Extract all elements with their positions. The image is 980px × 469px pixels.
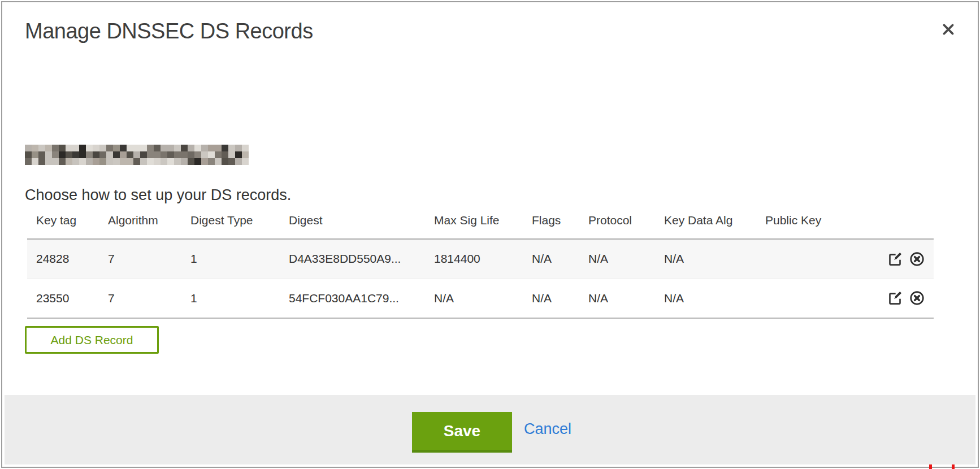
cell-digest-type: 1 [190, 252, 289, 266]
cell-flags: N/A [532, 252, 588, 266]
edit-record-button[interactable] [887, 290, 903, 306]
cell-digest: D4A33E8DD550A9... [289, 252, 434, 266]
redacted-domain [25, 145, 249, 165]
cell-digest: 54FCF030AA1C79... [289, 292, 434, 305]
cell-algorithm: 7 [108, 252, 190, 266]
cell-flags: N/A [532, 292, 588, 305]
dialog: Manage DNSSEC DS Records Choose how to s… [1, 1, 979, 468]
cell-max-sig-life: N/A [434, 292, 532, 305]
column-header-digest: Digest [289, 214, 434, 227]
cell-protocol: N/A [588, 292, 664, 305]
column-header-flags: Flags [532, 214, 588, 227]
column-header-algorithm: Algorithm [108, 214, 190, 227]
cell-algorithm: 7 [108, 292, 190, 305]
dialog-title: Manage DNSSEC DS Records [25, 19, 313, 44]
row-actions [884, 251, 934, 267]
edit-icon [887, 251, 903, 267]
delete-icon [909, 251, 925, 267]
cancel-link[interactable]: Cancel [524, 420, 571, 438]
column-header-public-key: Public Key [765, 214, 884, 227]
cell-key-data-alg: N/A [664, 292, 765, 305]
table-row: 235507154FCF030AA1C79...N/AN/AN/AN/A [27, 279, 934, 318]
delete-icon [909, 290, 925, 306]
close-icon [941, 22, 956, 37]
column-header-key-data-alg: Key Data Alg [664, 214, 765, 227]
delete-record-button[interactable] [909, 251, 925, 267]
edit-record-button[interactable] [887, 251, 903, 267]
edit-icon [887, 290, 903, 306]
column-header-protocol: Protocol [588, 214, 664, 227]
cell-max-sig-life: 1814400 [434, 252, 532, 266]
table-body: 2482871D4A33E8DD550A9...1814400N/AN/AN/A… [27, 238, 934, 319]
cell-key-tag: 24828 [27, 252, 108, 266]
column-header-max-sig-life: Max Sig Life [434, 214, 532, 227]
column-header-digest-type: Digest Type [190, 214, 289, 227]
table-row: 2482871D4A33E8DD550A9...1814400N/AN/AN/A [27, 240, 934, 279]
close-button[interactable] [937, 18, 960, 41]
setup-instructions: Choose how to set up your DS records. [25, 186, 291, 204]
cell-key-tag: 23550 [27, 292, 108, 305]
delete-record-button[interactable] [909, 290, 925, 306]
row-actions [884, 290, 934, 306]
dialog-footer: Save Cancel [5, 395, 975, 464]
cell-digest-type: 1 [190, 292, 289, 305]
add-ds-record-button[interactable]: Add DS Record [25, 326, 159, 354]
ds-records-table: Key tagAlgorithmDigest TypeDigestMax Sig… [27, 212, 934, 319]
cell-key-data-alg: N/A [664, 252, 765, 266]
column-header-key-tag: Key tag [27, 214, 108, 227]
table-header-row: Key tagAlgorithmDigest TypeDigestMax Sig… [27, 212, 934, 238]
cell-protocol: N/A [588, 252, 664, 266]
save-button[interactable]: Save [412, 412, 512, 453]
